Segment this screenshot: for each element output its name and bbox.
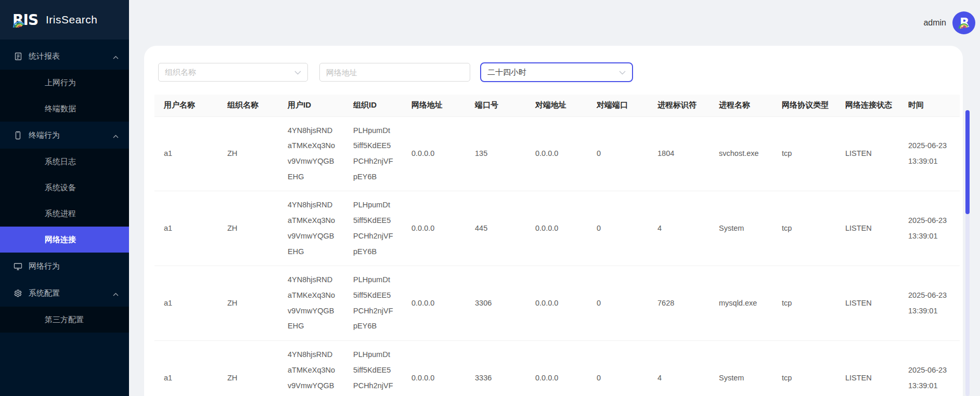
sidebar-item-third-party-config[interactable]: 第三方配置	[0, 307, 129, 333]
main-area: admin R 组织名称 二十四	[129, 0, 980, 396]
logo: RIS IrisSearch	[0, 0, 129, 39]
cell-time: 2025-06-23 13:39:01	[899, 266, 960, 341]
cell-pid: 4	[648, 191, 710, 266]
cell-org-name: ZH	[218, 341, 278, 396]
sidebar-item-system-device[interactable]: 系统设备	[0, 175, 129, 201]
time-range-value: 二十四小时	[487, 68, 526, 77]
column-header-org-id: 组织ID	[344, 95, 402, 116]
sidebar-item-label: 系统配置	[29, 288, 60, 298]
sidebar-item-label: 网络行为	[29, 261, 60, 271]
cell-process-name: svchost.exe	[710, 116, 772, 191]
sidebar-item-terminal-behavior[interactable]: 终端行为	[0, 122, 129, 149]
time-range-select[interactable]: 二十四小时	[480, 62, 633, 82]
avatar[interactable]: R	[952, 11, 975, 34]
table-row: a1ZH4YN8hjsRNDaTMKeXq3Nov9VmwYQGBEHGPLHp…	[154, 341, 960, 396]
cell-time: 2025-06-23 13:39:01	[899, 116, 960, 191]
page-scrollbar[interactable]	[965, 110, 970, 396]
topbar: admin R	[129, 0, 980, 46]
cell-process-name: System	[710, 341, 772, 396]
avatar-logo-icon: R	[952, 11, 975, 34]
cell-peer-address: 0.0.0.0	[526, 341, 587, 396]
org-name-select[interactable]: 组织名称	[158, 63, 308, 82]
cell-port: 445	[466, 191, 526, 266]
table-row: a1ZH4YN8hjsRNDaTMKeXq3Nov9VmwYQGBEHGPLHp…	[154, 116, 960, 191]
cell-protocol: tcp	[772, 266, 836, 341]
cell-pid: 4	[648, 341, 710, 396]
sidebar-item-system-log[interactable]: 系统日志	[0, 149, 129, 175]
cell-net-address: 0.0.0.0	[402, 116, 466, 191]
cell-org-name: ZH	[218, 266, 278, 341]
irissearch-logo-icon: RIS	[12, 10, 41, 29]
sidebar-menu: 统计报表上网行为终端数据终端行为系统日志系统设备系统进程网络连接网络行为系统配置…	[0, 43, 129, 333]
cell-conn-state: LISTEN	[836, 266, 899, 341]
monitor-icon	[14, 262, 22, 271]
network-address-input[interactable]	[319, 63, 470, 82]
column-header-net-address: 网络地址	[402, 95, 466, 116]
cell-org-name: ZH	[218, 191, 278, 266]
table-row: a1ZH4YN8hjsRNDaTMKeXq3Nov9VmwYQGBEHGPLHp…	[154, 266, 960, 341]
cell-peer-port: 0	[587, 266, 648, 341]
sidebar-item-stats-report[interactable]: 统计报表	[0, 43, 129, 70]
column-header-protocol: 网络协议类型	[772, 95, 836, 116]
cell-org-id: PLHpumDt5iff5KdEE5PCHh2njVFpEY6B	[344, 116, 402, 191]
cell-protocol: tcp	[772, 341, 836, 396]
sidebar-item-terminal-data[interactable]: 终端数据	[0, 96, 129, 122]
cell-process-name: System	[710, 191, 772, 266]
sidebar-item-network-behavior[interactable]: 网络行为	[0, 253, 129, 280]
device-icon	[14, 131, 22, 140]
current-username: admin	[923, 18, 946, 28]
chevron-up-icon	[113, 289, 119, 298]
cell-user-id: 4YN8hjsRNDaTMKeXq3Nov9VmwYQGBEHG	[278, 191, 344, 266]
sidebar-item-internet-behavior[interactable]: 上网行为	[0, 70, 129, 96]
column-header-peer-port: 对端端口	[587, 95, 648, 116]
content-card: 组织名称 二十四小时 用户名称组织名称用户ID组织ID网络地址端口号对端地址对端…	[144, 46, 963, 396]
cell-org-id: PLHpumDt5iff5KdEE5PCHh2njVFpEY6B	[344, 266, 402, 341]
cell-user-name: a1	[154, 341, 218, 396]
cell-port: 3336	[466, 341, 526, 396]
brand-name: IrisSearch	[46, 14, 98, 26]
cell-user-name: a1	[154, 191, 218, 266]
cell-protocol: tcp	[772, 116, 836, 191]
svg-text:RIS: RIS	[12, 11, 38, 29]
cell-net-address: 0.0.0.0	[402, 266, 466, 341]
cell-conn-state: LISTEN	[836, 116, 899, 191]
cell-org-name: ZH	[218, 116, 278, 191]
cell-user-id: 4YN8hjsRNDaTMKeXq3Nov9VmwYQGBEHG	[278, 341, 344, 396]
cell-time: 2025-06-23 13:39:01	[899, 341, 960, 396]
connections-table: 用户名称组织名称用户ID组织ID网络地址端口号对端地址对端端口进程标识符进程名称…	[154, 95, 960, 396]
cell-net-address: 0.0.0.0	[402, 191, 466, 266]
org-name-select-placeholder: 组织名称	[165, 68, 196, 77]
chevron-down-icon	[619, 68, 626, 77]
sidebar-item-system-config[interactable]: 系统配置	[0, 280, 129, 307]
column-header-pid: 进程标识符	[648, 95, 710, 116]
cell-user-id: 4YN8hjsRNDaTMKeXq3Nov9VmwYQGBEHG	[278, 116, 344, 191]
sidebar-item-label: 统计报表	[29, 51, 60, 61]
filter-bar: 组织名称 二十四小时	[154, 46, 952, 95]
cell-process-name: mysqld.exe	[710, 266, 772, 341]
sidebar-item-system-process[interactable]: 系统进程	[0, 201, 129, 227]
cell-peer-address: 0.0.0.0	[526, 116, 587, 191]
cell-conn-state: LISTEN	[836, 191, 899, 266]
cell-net-address: 0.0.0.0	[402, 341, 466, 396]
cell-port: 135	[466, 116, 526, 191]
cell-peer-port: 0	[587, 341, 648, 396]
column-header-process-name: 进程名称	[710, 95, 772, 116]
cell-conn-state: LISTEN	[836, 341, 899, 396]
column-header-conn-state: 网络连接状态	[836, 95, 899, 116]
sidebar-item-network-connection[interactable]: 网络连接	[0, 227, 129, 253]
cell-peer-port: 0	[587, 116, 648, 191]
chevron-up-icon	[113, 131, 119, 140]
report-icon	[14, 52, 22, 61]
column-header-peer-address: 对端地址	[526, 95, 587, 116]
cell-org-id: PLHpumDt5iff5KdEE5PCHh2njVFpEY6B	[344, 191, 402, 266]
cell-protocol: tcp	[772, 191, 836, 266]
cell-peer-address: 0.0.0.0	[526, 191, 587, 266]
scrollbar-thumb[interactable]	[965, 110, 970, 214]
sidebar-item-label: 终端行为	[29, 130, 60, 140]
cell-org-id: PLHpumDt5iff5KdEE5PCHh2njVFpEY6B	[344, 341, 402, 396]
table-row: a1ZH4YN8hjsRNDaTMKeXq3Nov9VmwYQGBEHGPLHp…	[154, 191, 960, 266]
cell-peer-address: 0.0.0.0	[526, 266, 587, 341]
chevron-up-icon	[113, 52, 119, 61]
column-header-time: 时间	[899, 95, 960, 116]
cell-time: 2025-06-23 13:39:01	[899, 191, 960, 266]
